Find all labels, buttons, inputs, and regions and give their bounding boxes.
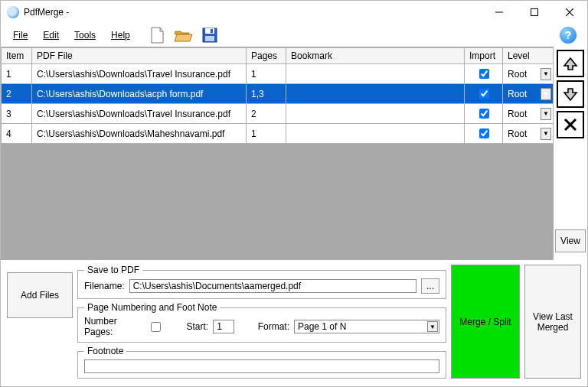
level-dropdown-icon[interactable]: ▼ — [541, 108, 551, 120]
import-checkbox[interactable] — [479, 109, 489, 119]
move-down-button[interactable] — [557, 80, 584, 108]
col-bookmark[interactable]: Bookmark — [286, 48, 465, 64]
cell-item: 4 — [2, 124, 32, 144]
cell-import — [465, 64, 503, 84]
move-up-button[interactable] — [557, 50, 584, 77]
level-dropdown-icon[interactable]: ▼ — [541, 68, 551, 80]
toolbar — [149, 26, 219, 44]
level-value: Root — [508, 128, 527, 139]
window-title: PdfMerge - — [24, 7, 482, 18]
cell-bookmark — [286, 64, 465, 84]
window-controls — [482, 1, 587, 24]
cell-file: C:\Users\ashis\Downloads\Travel Insuranc… — [32, 104, 247, 124]
close-button[interactable] — [552, 1, 587, 24]
col-file[interactable]: PDF File — [32, 48, 247, 64]
menu-help-label: Help — [111, 30, 130, 41]
menu-edit-label: Edit — [43, 30, 59, 41]
remove-button[interactable] — [557, 111, 584, 138]
menu-file[interactable]: File — [7, 28, 34, 43]
cell-bookmark — [286, 124, 465, 144]
cell-import — [465, 124, 503, 144]
filename-input[interactable] — [129, 279, 416, 293]
cell-pages: 1 — [247, 64, 286, 84]
col-import[interactable]: Import — [465, 48, 503, 64]
settings-column: Save to PDF Filename: ... Page Numbering… — [77, 265, 446, 379]
bottom-panel: Add Files Save to PDF Filename: ... Page… — [1, 260, 587, 386]
svg-rect-1 — [531, 9, 538, 16]
format-dropdown-icon[interactable]: ▼ — [427, 321, 438, 332]
menu-help[interactable]: Help — [105, 28, 136, 43]
merge-split-button[interactable]: Merge / Split — [451, 265, 520, 379]
maximize-button[interactable] — [517, 1, 552, 24]
col-level[interactable]: Level — [503, 48, 554, 64]
grid-row: Item PDF File Pages Bookmark Import Leve… — [1, 47, 587, 144]
app-window: PdfMerge - File Edit Tools Help — [0, 0, 588, 387]
import-checkbox[interactable] — [479, 89, 489, 99]
save-to-pdf-group: Save to PDF Filename: ... — [77, 265, 446, 299]
page-numbering-group: Page Numbering and Foot Note Number Page… — [77, 302, 446, 343]
menu-tools[interactable]: Tools — [68, 28, 102, 43]
number-pages-checkbox[interactable] — [151, 322, 161, 332]
svg-rect-7 — [205, 36, 214, 41]
svg-rect-6 — [211, 29, 213, 33]
minimize-button[interactable] — [482, 1, 517, 24]
save-to-pdf-legend: Save to PDF — [84, 265, 142, 275]
help-icon[interactable]: ? — [560, 27, 577, 44]
start-input[interactable] — [213, 320, 234, 333]
cell-level: Root▼ — [503, 104, 554, 124]
import-checkbox[interactable] — [479, 69, 489, 79]
menu-file-label: File — [13, 30, 28, 41]
level-value: Root — [508, 109, 527, 119]
add-files-button[interactable]: Add Files — [7, 272, 73, 318]
grid-empty-row: View — [1, 144, 587, 260]
level-dropdown-icon[interactable]: ▼ — [541, 88, 551, 100]
file-grid[interactable]: Item PDF File Pages Bookmark Import Leve… — [1, 47, 554, 144]
cell-pages: 1 — [247, 124, 286, 144]
table-row[interactable]: 1C:\Users\ashis\Downloads\Travel Insuran… — [2, 64, 554, 84]
titlebar: PdfMerge - — [1, 1, 587, 24]
import-checkbox[interactable] — [479, 128, 489, 138]
cell-file: C:\Users\ashis\Downloads\Travel Insuranc… — [32, 64, 247, 84]
cell-import — [465, 104, 503, 124]
table-row[interactable]: 4C:\Users\ashis\Downloads\Maheshnavami.p… — [2, 124, 554, 144]
level-value: Root — [508, 69, 527, 80]
table-row[interactable]: 2C:\Users\ashis\Downloads\acph form.pdf1… — [2, 84, 554, 104]
start-label: Start: — [186, 321, 208, 332]
format-select[interactable]: ▼ — [294, 320, 439, 333]
view-button[interactable]: View — [555, 229, 586, 252]
filename-label: Filename: — [84, 281, 125, 291]
view-last-merged-button[interactable]: View Last Merged — [524, 265, 581, 379]
new-file-icon[interactable] — [149, 26, 167, 44]
open-folder-icon[interactable] — [175, 26, 193, 44]
col-pages[interactable]: Pages — [247, 48, 286, 64]
menu-edit[interactable]: Edit — [37, 28, 65, 43]
cell-bookmark — [286, 104, 465, 124]
view-btn-wrap: View — [554, 144, 587, 260]
cell-item: 1 — [2, 64, 32, 84]
footnote-input[interactable] — [84, 359, 439, 373]
table-row[interactable]: 3C:\Users\ashis\Downloads\Travel Insuran… — [2, 104, 554, 124]
cell-item: 2 — [2, 84, 32, 104]
browse-button[interactable]: ... — [421, 278, 439, 294]
footnote-legend: Footnote — [84, 346, 126, 356]
cell-item: 3 — [2, 104, 32, 124]
format-value[interactable] — [294, 320, 439, 333]
level-value: Root — [508, 89, 527, 99]
menu-tools-label: Tools — [74, 30, 96, 41]
svg-rect-5 — [205, 28, 214, 34]
page-numbering-legend: Page Numbering and Foot Note — [84, 302, 220, 313]
save-icon[interactable] — [201, 26, 219, 44]
cell-level: Root▼ — [503, 124, 554, 144]
footnote-group: Footnote — [77, 346, 446, 379]
cell-bookmark — [286, 84, 465, 104]
format-label: Format: — [258, 321, 289, 332]
number-pages-label: Number Pages: — [84, 316, 143, 337]
side-buttons — [554, 47, 587, 144]
cell-file: C:\Users\ashis\Downloads\acph form.pdf — [32, 84, 247, 104]
file-table: Item PDF File Pages Bookmark Import Leve… — [1, 47, 554, 144]
table-header-row: Item PDF File Pages Bookmark Import Leve… — [2, 48, 554, 64]
app-icon — [7, 6, 19, 18]
level-dropdown-icon[interactable]: ▼ — [541, 128, 551, 140]
cell-level: Root▼ — [503, 64, 554, 84]
col-item[interactable]: Item — [2, 48, 32, 64]
